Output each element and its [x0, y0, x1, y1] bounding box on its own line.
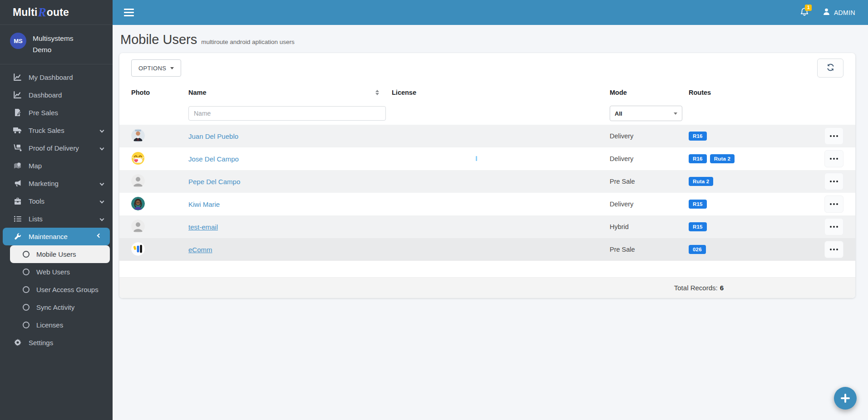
radio-circle-icon — [23, 286, 30, 293]
table-spacer — [119, 261, 855, 277]
refresh-button[interactable] — [817, 59, 843, 78]
male-photo-avatar — [131, 129, 145, 142]
page-header: Mobile Usersmultiroute android aplicatio… — [113, 25, 868, 53]
content: Mobile Usersmultiroute android aplicatio… — [113, 25, 868, 420]
row-actions-button[interactable] — [824, 195, 843, 213]
user-icon — [823, 8, 830, 17]
sidebar-subitem-licenses[interactable]: Licenses — [0, 316, 113, 334]
route-badge: R15 — [689, 200, 707, 209]
sidebar-item-settings[interactable]: Settings — [0, 334, 113, 352]
chevron-down-icon — [97, 234, 102, 238]
row-actions-button[interactable] — [824, 218, 843, 235]
chevron-left-icon — [100, 181, 104, 186]
brand-text-multi: Multi — [13, 6, 38, 19]
user-name-link[interactable]: Juan Del Pueblo — [188, 132, 238, 140]
card-header: OPTIONS — [119, 53, 855, 83]
add-user-button[interactable] — [834, 387, 857, 410]
toolbox-icon — [13, 198, 22, 205]
sidebar-subitem-web-users[interactable]: Web Users — [0, 263, 113, 281]
notification-count-badge: 1 — [805, 5, 812, 11]
default-silhouette-avatar — [131, 174, 145, 188]
sidebar-item-tools[interactable]: Tools — [0, 192, 113, 210]
sidebar-item-my-dashboard[interactable]: My Dashboard — [0, 68, 113, 86]
total-records-value: 6 — [720, 284, 724, 292]
user-name-link[interactable]: eComm — [188, 246, 212, 254]
total-records-label: Total Records: — [674, 284, 718, 292]
sidebar-item-proof-of-delivery[interactable]: Proof of Delivery — [0, 139, 113, 157]
column-header-routes: Routes — [680, 89, 820, 96]
table-filter-row: All — [119, 102, 855, 125]
column-header-mode: Mode — [601, 89, 680, 96]
route-badge: R15 — [689, 222, 707, 231]
company-name: Multisystems Demo — [33, 33, 74, 56]
mode-value: Delivery — [601, 200, 680, 208]
mode-filter-select[interactable]: All — [610, 106, 682, 121]
gear-icon — [13, 339, 22, 346]
brand-text-oute: oute — [47, 6, 69, 19]
options-button[interactable]: OPTIONS — [131, 59, 181, 77]
table-row: Juan Del PuebloDeliveryR16 — [119, 125, 855, 147]
page-subtitle: multiroute android aplication users — [201, 39, 295, 45]
mobile-users-card: OPTIONS Photo Name License — [119, 53, 855, 298]
card-footer: Total Records: 6 — [119, 277, 855, 298]
sidebar-item-marketing[interactable]: Marketing — [0, 175, 113, 192]
sidebar-item-lists[interactable]: Lists — [0, 210, 113, 228]
sidebar: MultiRoute MS Multisystems Demo My Dashb… — [0, 0, 113, 420]
row-actions-button[interactable] — [824, 173, 843, 190]
chart-line-icon — [13, 91, 22, 99]
sidebar-item-pre-sales[interactable]: Pre Sales — [0, 104, 113, 122]
brand-text-r: R — [38, 5, 46, 20]
user-name-link[interactable]: test-email — [188, 223, 218, 231]
topbar-right: 1 ADMIN — [800, 7, 855, 18]
admin-menu-button[interactable]: ADMIN — [823, 8, 855, 17]
sort-icon[interactable] — [375, 90, 379, 95]
default-silhouette-avatar — [131, 220, 145, 233]
radio-circle-icon — [23, 322, 30, 328]
mode-value: Pre Sale — [601, 246, 680, 253]
caret-down-icon — [674, 112, 677, 115]
ellipsis-icon — [830, 158, 832, 160]
row-actions-button[interactable] — [824, 241, 843, 258]
sidebar-toggle-icon[interactable] — [124, 9, 134, 16]
brand-logo[interactable]: MultiRoute — [0, 0, 113, 25]
user-name-link[interactable]: Pepe Del Campo — [188, 178, 240, 186]
user-panel: MS Multisystems Demo — [0, 25, 113, 64]
sidebar-subitem-mobile-users[interactable]: Mobile Users — [10, 245, 110, 263]
pre-sales-icon — [13, 109, 22, 116]
ellipsis-icon — [830, 135, 832, 137]
mode-value: Delivery — [601, 155, 680, 162]
ellipsis-icon — [830, 181, 832, 182]
sidebar-item-maintenance[interactable]: Maintenance — [3, 228, 110, 245]
sidebar-subitem-sync-activity[interactable]: Sync Activity — [0, 298, 113, 316]
wrench-icon — [13, 233, 22, 240]
table-body: Juan Del PuebloDeliveryR16Jose Del Campo… — [119, 125, 855, 261]
table-row: Pepe Del CampoPre SaleRuta 2 — [119, 170, 855, 193]
row-actions-button[interactable] — [824, 150, 843, 167]
radio-circle-icon — [23, 304, 30, 311]
megaphone-icon — [13, 180, 22, 187]
mode-value: Pre Sale — [601, 178, 680, 185]
route-badge: R16 — [689, 154, 707, 163]
table-row: test-emailHybridR15 — [119, 215, 855, 238]
sidebar-item-dashboard[interactable]: Dashboard — [0, 86, 113, 104]
user-name-link[interactable]: Jose Del Campo — [188, 155, 239, 163]
sidebar-subitem-user-access-groups[interactable]: User Access Groups — [0, 281, 113, 298]
list-icon — [13, 216, 22, 222]
chevron-left-icon — [100, 146, 104, 150]
route-badge: Ruta 2 — [689, 177, 713, 186]
user-name-link[interactable]: Kiwi Marie — [188, 200, 220, 208]
row-actions-button[interactable] — [824, 127, 843, 145]
refresh-icon — [827, 63, 834, 73]
company-avatar: MS — [10, 33, 26, 49]
table-row: Kiwi MarieDeliveryR15 — [119, 193, 855, 215]
mode-value: Hybrid — [601, 223, 680, 230]
chevron-left-icon — [100, 216, 104, 221]
sidebar-item-map[interactable]: Map — [0, 157, 113, 175]
caret-down-icon — [170, 67, 174, 69]
notifications-button[interactable]: 1 — [800, 7, 809, 18]
name-filter-input[interactable] — [188, 106, 386, 121]
mask-emoji-avatar — [131, 151, 145, 165]
main-area: 1 ADMIN Mobile Usersmultiroute android a… — [113, 0, 868, 420]
ellipsis-icon — [830, 203, 832, 205]
sidebar-item-truck-sales[interactable]: Truck Sales — [0, 122, 113, 139]
